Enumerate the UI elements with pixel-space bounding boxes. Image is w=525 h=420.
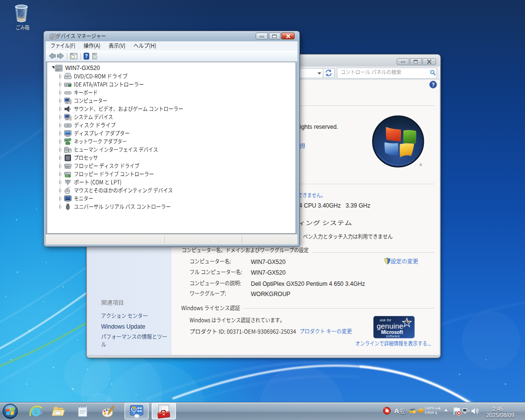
svg-text:?: ? (85, 53, 88, 59)
svg-text:?: ? (432, 82, 435, 88)
svg-text:®: ® (420, 163, 422, 167)
